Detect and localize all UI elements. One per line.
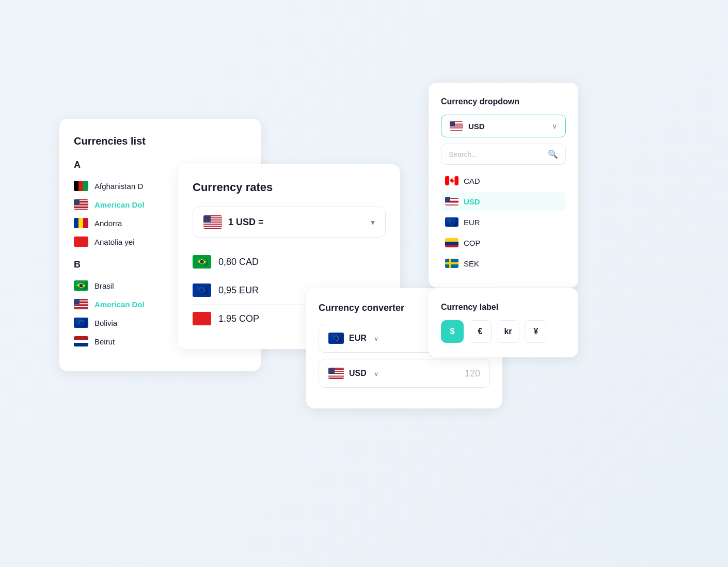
dropdown-chevron-icon: ∨ [552, 122, 557, 130]
rate-value-cad: 0,80 CAD [218, 257, 259, 267]
dropdown-code-usd: USD [464, 197, 480, 206]
converter-row-left-eur: 🇪🇺 EUR ∨ [328, 333, 379, 344]
flag-ca-dropdown: 🇨🇦 [445, 176, 458, 185]
flag-beirut [74, 336, 88, 346]
dropdown-item-sek[interactable]: SEK [441, 254, 566, 273]
flag-usd-converter [328, 368, 344, 379]
dropdown-item-eur[interactable]: 🇪🇺 EUR [441, 212, 566, 232]
converter-value-usd: 120 [465, 368, 480, 379]
currency-name: Afghanistan D [94, 182, 143, 191]
label-btn-euro[interactable]: € [469, 320, 492, 343]
rate-value-cop: 1.95 COP [218, 313, 259, 324]
flag-eu-dropdown: 🇪🇺 [445, 217, 458, 227]
rates-selector-label: 1 USD = [228, 217, 264, 228]
converter-code-eur: EUR [349, 334, 367, 343]
flag-eu-bolivia: 🇪🇺 [74, 318, 88, 328]
flag-cop-rate [193, 312, 211, 325]
currency-name-active-b: American Dol [94, 300, 145, 309]
label-btn-kr[interactable]: kr [497, 320, 519, 343]
rate-value-eur: 0,95 EUR [218, 285, 259, 296]
converter-code-usd: USD [349, 369, 367, 378]
dropdown-code-sek: SEK [464, 259, 479, 268]
chevron-down-icon: ▾ [371, 217, 375, 227]
converter-chevron-usd: ∨ [374, 370, 379, 377]
flag-us-b [74, 299, 88, 309]
converter-chevron-eur: ∨ [374, 335, 379, 342]
currency-dropdown-card: Currency dropdown USD ∨ Search... 🔍 🇨🇦 C… [429, 83, 578, 288]
rates-selector-left: 1 USD = [203, 215, 264, 229]
dropdown-code-cad: CAD [464, 177, 480, 185]
dropdown-list: 🇨🇦 CAD USD 🇪🇺 EUR COP SEK [441, 171, 566, 273]
flag-us-a [74, 199, 88, 210]
flag-cad-rate: 🇧🇷 [193, 255, 211, 269]
dropdown-code-eur: EUR [464, 218, 480, 227]
dropdown-item-usd[interactable]: USD [441, 192, 566, 211]
flag-afghanistan [74, 181, 88, 191]
dropdown-search[interactable]: Search... 🔍 [441, 144, 566, 165]
currency-label-card: Currency label $ € kr ¥ [429, 288, 578, 357]
currency-name: Beirut [94, 337, 115, 346]
currency-rates-title: Currency rates [193, 181, 386, 194]
flag-andorra [74, 218, 88, 228]
currencies-list-title: Currencies list [74, 135, 246, 147]
flag-brazil: 🇧🇷 [74, 280, 88, 291]
flag-sek-dropdown [445, 259, 458, 268]
dropdown-selected[interactable]: USD ∨ [441, 115, 566, 137]
currency-name: Andorra [94, 219, 122, 228]
flag-us-dropdown [445, 197, 458, 206]
converter-row-usd[interactable]: USD ∨ 120 [319, 359, 490, 388]
label-btn-dollar[interactable]: $ [441, 320, 464, 343]
dropdown-selected-left: USD [450, 121, 485, 131]
currency-dropdown-title: Currency dropdown [441, 97, 566, 106]
dropdown-search-placeholder: Search... [449, 150, 478, 159]
flag-usd-selector [203, 215, 222, 229]
label-btn-yen[interactable]: ¥ [525, 320, 547, 343]
dropdown-selected-text: USD [468, 122, 485, 131]
flag-albania [74, 237, 88, 247]
currency-name: Bolivia [94, 319, 117, 327]
flag-eur-rate: 🇪🇺 [193, 284, 211, 297]
rate-row-cad: 🇧🇷 0,80 CAD [193, 248, 386, 276]
currency-name: Brasil [94, 281, 114, 290]
flag-usd-dropdown [450, 121, 463, 131]
search-icon: 🔍 [548, 149, 558, 159]
rates-selector[interactable]: 1 USD = ▾ [193, 207, 386, 238]
dropdown-code-cop: COP [464, 239, 481, 247]
currency-name: Anatolia yei [94, 238, 135, 246]
converter-row-left-usd: USD ∨ [328, 368, 379, 379]
label-buttons-group: $ € kr ¥ [441, 320, 566, 343]
flag-eur-converter: 🇪🇺 [328, 333, 344, 344]
currency-label-title: Currency label [441, 303, 566, 312]
dropdown-item-cop[interactable]: COP [441, 233, 566, 253]
currency-name-active: American Dol [94, 200, 145, 209]
dropdown-item-cad[interactable]: 🇨🇦 CAD [441, 171, 566, 191]
flag-cop-dropdown [445, 238, 458, 247]
